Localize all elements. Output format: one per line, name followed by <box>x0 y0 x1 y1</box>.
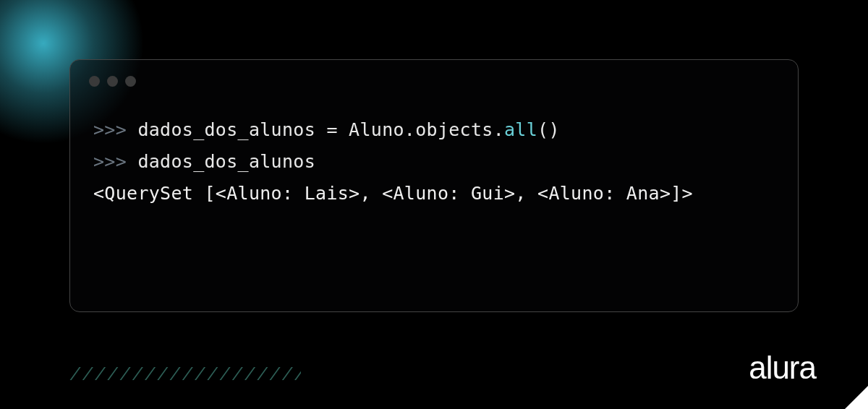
code-line-1: >>> dados_dos_alunos = Aluno.objects.all… <box>93 114 775 146</box>
output-line: <QuerySet [<Aluno: Lais>, <Aluno: Gui>, … <box>93 178 775 210</box>
code-content: >>> dados_dos_alunos = Aluno.objects.all… <box>70 87 798 209</box>
hatch-pattern-decoration: ///////////////////// <box>69 364 301 380</box>
prompt: >>> <box>93 151 137 172</box>
terminal-window: >>> dados_dos_alunos = Aluno.objects.all… <box>69 59 799 312</box>
window-control-minimize-icon <box>107 76 118 87</box>
code-line-2: >>> dados_dos_alunos <box>93 146 775 178</box>
code-text: dados_dos_alunos = Aluno.objects. <box>137 119 504 140</box>
corner-cut-decoration <box>843 384 868 409</box>
code-text: dados_dos_alunos <box>137 151 315 172</box>
prompt: >>> <box>93 119 137 140</box>
brand-logo: alura <box>749 350 816 386</box>
code-text: () <box>537 119 560 140</box>
window-controls <box>70 60 798 87</box>
window-control-maximize-icon <box>125 76 136 87</box>
method-highlight: all <box>504 119 537 140</box>
window-control-close-icon <box>89 76 100 87</box>
